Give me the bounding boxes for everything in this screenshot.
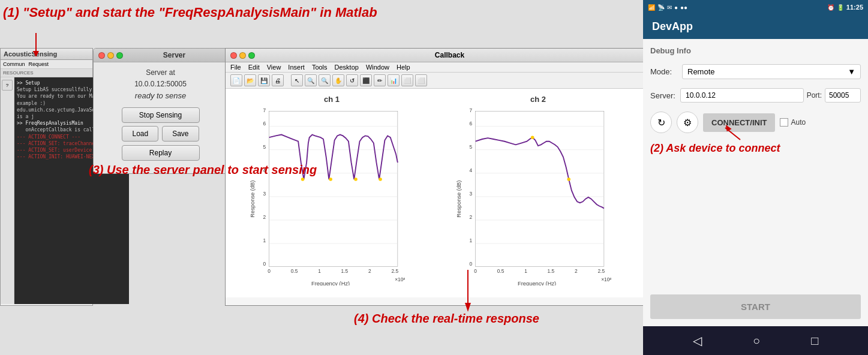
settings-button[interactable]: ⚙ (677, 112, 698, 133)
svg-text:2: 2 (575, 269, 578, 275)
toolbar-btn-13[interactable]: ⬜ (401, 74, 413, 86)
start-button[interactable]: START (650, 294, 861, 319)
close-button[interactable] (98, 52, 105, 59)
toolbar-btn-1[interactable]: 📄 (230, 74, 242, 86)
svg-text:2.5: 2.5 (391, 269, 398, 275)
port-label: Port: (807, 91, 822, 100)
menu-insert[interactable]: Insert (288, 64, 305, 71)
debug-info-label: Debug Info (650, 46, 861, 55)
server-address-label: Server at (100, 68, 221, 77)
menu-view[interactable]: View (267, 64, 281, 71)
server-body: Server at 10.0.0.12:50005 ready to sense… (94, 62, 227, 170)
matlab-menu-request[interactable]: Request (29, 61, 49, 67)
acoustic-sensing-label: AcousticSensing (4, 50, 57, 58)
svg-text:6: 6 (263, 121, 266, 127)
status-icons-left: 📶 📡 ✉ ● ●● (648, 4, 687, 11)
traffic-lights (98, 52, 123, 59)
svg-text:1: 1 (524, 269, 527, 275)
svg-text:1.5: 1.5 (548, 269, 555, 275)
toolbar-btn-5[interactable]: ↖ (291, 74, 303, 86)
status-time: 11:25 (846, 4, 863, 11)
svg-text:1: 1 (318, 269, 321, 275)
callback-title: Callback (260, 51, 639, 59)
svg-text:0: 0 (474, 269, 477, 275)
mode-dropdown[interactable]: Remote ▼ (682, 64, 861, 79)
refresh-button[interactable]: ↻ (650, 112, 672, 133)
annotation-1-title: (1) "Setup" and start the "FreqRespAnaly… (3, 5, 377, 20)
menu-file[interactable]: File (230, 64, 241, 71)
android-nav-bar: ◁ ○ □ (643, 326, 868, 355)
svg-text:×10⁴: ×10⁴ (395, 276, 405, 282)
svg-text:7: 7 (469, 107, 472, 113)
svg-text:2.5: 2.5 (597, 269, 605, 275)
menu-desktop[interactable]: Desktop (335, 64, 359, 71)
auto-row: Auto (780, 118, 806, 127)
matlab-title-bar: AcousticSensing (1, 49, 92, 60)
home-button[interactable]: ○ (753, 334, 760, 348)
back-button[interactable]: ◁ (693, 333, 702, 348)
callback-maximize[interactable] (248, 52, 255, 59)
matlab-menu-community[interactable]: Commun (3, 61, 25, 67)
server-panel: Server Server at 10.0.0.12:50005 ready t… (93, 48, 228, 174)
svg-text:3: 3 (469, 191, 472, 197)
svg-point-29 (379, 178, 382, 181)
svg-text:0.5: 0.5 (291, 269, 298, 275)
status-icons-right: ⏰ 🔋 11:25 (827, 4, 863, 11)
mail-icon: ✉ (667, 4, 672, 11)
svg-text:×10⁴: ×10⁴ (601, 276, 611, 282)
toolbar-btn-10[interactable]: ⬛ (360, 74, 372, 86)
replay-button[interactable]: Replay (122, 145, 200, 161)
load-save-row: Load Save (100, 126, 221, 142)
minimize-button[interactable] (107, 52, 114, 59)
svg-text:0: 0 (268, 269, 271, 275)
chart-1-title: ch 1 (232, 95, 432, 104)
maximize-button[interactable] (116, 52, 123, 59)
svg-text:4: 4 (469, 167, 472, 173)
menu-help[interactable]: Help (397, 64, 410, 71)
mode-value: Remote (687, 67, 715, 76)
svg-text:3: 3 (263, 191, 266, 197)
menu-edit[interactable]: Edit (248, 64, 260, 71)
svg-text:Frequency (Hz): Frequency (Hz) (311, 281, 350, 285)
chart-1: ch 1 Response (dB) 0 1 2 3 4 5 6 7 0 0.5… (232, 95, 432, 291)
callback-minimize[interactable] (239, 52, 246, 59)
chart-area: ch 1 Response (dB) 0 1 2 3 4 5 6 7 0 0.5… (226, 89, 644, 297)
svg-text:0: 0 (263, 261, 266, 267)
wifi-icon: 📶 (648, 4, 655, 11)
toolbar-btn-11[interactable]: ✏ (374, 74, 386, 86)
recents-button[interactable]: □ (811, 334, 818, 348)
toolbar-btn-6[interactable]: 🔍 (305, 74, 317, 86)
svg-point-27 (329, 178, 332, 181)
svg-text:5: 5 (263, 144, 266, 150)
mode-label: Mode: (650, 67, 677, 76)
stop-sensing-button[interactable]: Stop Sensing (122, 107, 200, 123)
toolbar-btn-14[interactable]: ⬜ (415, 74, 427, 86)
save-button[interactable]: Save (162, 126, 199, 142)
callback-close[interactable] (230, 52, 237, 59)
toolbar-btn-4[interactable]: 🖨 (272, 74, 284, 86)
auto-checkbox[interactable] (780, 118, 788, 127)
svg-text:0.5: 0.5 (497, 269, 504, 275)
server-row: Server: Port: (650, 88, 861, 103)
menu-tools[interactable]: Tools (312, 64, 328, 71)
chevron-down-icon: ▼ (848, 67, 855, 76)
svg-rect-47 (476, 111, 604, 266)
mode-row: Mode: Remote ▼ (650, 64, 861, 79)
toolbar-btn-9[interactable]: ↺ (346, 74, 358, 86)
toolbar-btn-12[interactable]: 📊 (388, 74, 400, 86)
toolbar-btn-2[interactable]: 📂 (244, 74, 256, 86)
svg-text:Response (dB): Response (dB) (250, 180, 256, 218)
server-input[interactable] (680, 88, 804, 103)
annotation-2: (2) Ask device to connect (650, 142, 861, 155)
port-input[interactable] (825, 88, 861, 103)
toolbar-btn-7[interactable]: 🔍 (319, 74, 331, 86)
svg-text:Frequency (Hz): Frequency (Hz) (518, 281, 556, 285)
server-title: Server (126, 51, 223, 59)
android-app-bar: DevApp (643, 14, 868, 39)
battery-icon: 🔋 (837, 4, 844, 11)
toolbar-btn-3[interactable]: 💾 (258, 74, 270, 86)
toolbar-btn-8[interactable]: ✋ (332, 74, 344, 86)
load-button[interactable]: Load (122, 126, 158, 142)
svg-text:2: 2 (469, 214, 472, 220)
menu-window[interactable]: Window (366, 64, 389, 71)
